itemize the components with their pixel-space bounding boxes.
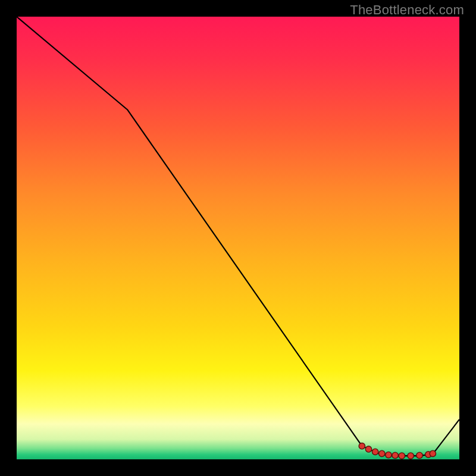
data-marker xyxy=(408,453,414,459)
chart-container: TheBottleneck.com xyxy=(0,0,476,476)
data-marker xyxy=(372,449,378,455)
data-marker xyxy=(379,450,385,456)
data-marker xyxy=(416,452,422,458)
watermark: TheBottleneck.com xyxy=(350,2,464,18)
data-marker xyxy=(399,453,405,459)
data-marker xyxy=(365,446,371,452)
gradient-background xyxy=(17,17,459,459)
chart-svg xyxy=(17,17,459,459)
data-marker xyxy=(430,450,436,456)
data-marker xyxy=(359,443,365,449)
data-marker xyxy=(392,452,398,458)
plot-area xyxy=(17,17,459,459)
data-marker xyxy=(386,452,392,458)
